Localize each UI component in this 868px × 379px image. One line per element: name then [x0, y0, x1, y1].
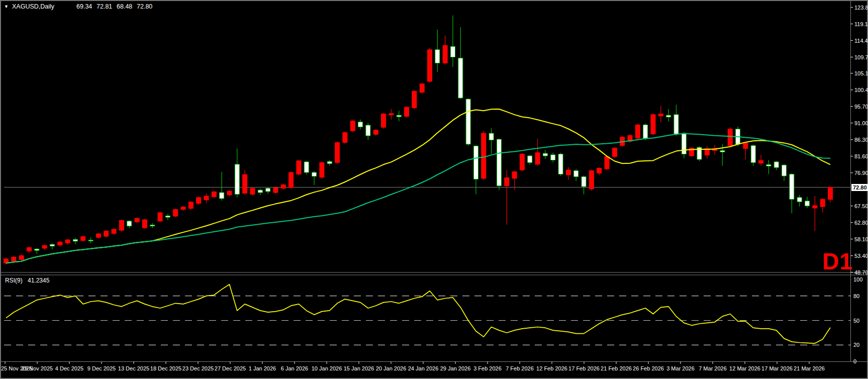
candle-body	[165, 216, 170, 217]
date-tick-label: 15 Jan 2026	[344, 365, 374, 371]
date-tick-label: 23 Dec 2025	[182, 365, 214, 371]
date-tick-label: 12 Mar 2026	[729, 365, 760, 371]
candle-body	[450, 46, 455, 57]
price-tick-label: 100.40	[854, 87, 868, 93]
candle-body	[828, 187, 832, 200]
candle-body	[158, 213, 162, 221]
candle-body	[81, 237, 85, 241]
candle-body	[666, 115, 671, 117]
candle-body	[58, 242, 62, 245]
candle-body	[682, 133, 686, 154]
candle-body	[12, 257, 16, 261]
candle-body	[243, 174, 247, 193]
candle-body	[489, 133, 494, 140]
candle-body	[674, 115, 679, 134]
candle-body	[405, 107, 409, 116]
ohlc-open: 69.34	[76, 3, 92, 10]
current-price-tag: 72.80	[851, 184, 868, 191]
date-tick-label: 7 Mar 2026	[699, 365, 727, 371]
candle-body	[543, 153, 547, 156]
price-tick-label: 81.60	[854, 153, 868, 159]
candle-body	[774, 162, 779, 167]
candle-body	[728, 129, 732, 146]
candle-body	[520, 154, 524, 170]
date-tick-label: 17 Mar 2026	[761, 365, 793, 371]
candle-body	[135, 218, 139, 222]
candle-body	[350, 121, 355, 131]
candle-body	[643, 125, 648, 138]
candle-body	[181, 207, 185, 210]
date-tick-label: 21 Feb 2026	[601, 365, 632, 371]
candles-layer	[4, 16, 833, 264]
price-tick-label: 119.10	[854, 21, 868, 27]
date-tick-label: 12 Feb 2026	[536, 365, 567, 371]
candle-body	[289, 172, 294, 187]
price-tick-label: 114.40	[854, 38, 868, 44]
candle-body	[551, 155, 555, 160]
candle-body	[188, 202, 193, 209]
date-tick-label: 13 Dec 2025	[118, 365, 149, 371]
date-tick-label: 27 Dec 2025	[215, 365, 246, 371]
candle-body	[813, 206, 817, 208]
price-tick-label: 48.70	[854, 269, 868, 275]
price-tick-label: 109.70	[854, 54, 868, 60]
candle-body	[343, 133, 347, 143]
candle-body	[104, 231, 109, 237]
candle-body	[173, 210, 178, 216]
candle-body	[96, 234, 101, 237]
date-tick-label: 4 Dec 2025	[55, 365, 83, 371]
candle-body	[358, 122, 363, 127]
date-tick-label: 20 Jan 2026	[376, 365, 407, 371]
candle-body	[220, 193, 224, 199]
candle-body	[566, 170, 570, 175]
window-frame	[1, 1, 867, 378]
candle-body	[759, 160, 763, 163]
candle-body	[512, 172, 517, 178]
candle-body	[782, 165, 787, 176]
candle-body	[35, 249, 39, 250]
candle-body	[535, 153, 540, 164]
rsi-tick-label: 100	[853, 276, 862, 282]
candle-body	[42, 245, 47, 248]
date-tick-label: 24 Jan 2026	[408, 365, 439, 371]
candle-body	[281, 185, 285, 188]
date-tick-label: 10 Jan 2026	[312, 365, 342, 371]
candle-body	[150, 225, 155, 226]
candle-body	[389, 114, 394, 115]
date-tick-label: 3 Mar 2026	[666, 365, 695, 371]
date-tick-label: 29 Nov 2025	[22, 365, 53, 371]
price-chart-canvas[interactable]: 123.80119.10114.40109.70105.10100.4095.7…	[0, 0, 868, 379]
candle-body	[366, 125, 370, 136]
candle-body	[197, 198, 201, 204]
mt4-chart-window: 123.80119.10114.40109.70105.10100.4095.7…	[0, 0, 868, 379]
candle-body	[320, 162, 324, 177]
candle-body	[65, 240, 70, 243]
price-tick-label: 67.50	[854, 203, 868, 209]
rsi-tick-label: 50	[853, 318, 859, 324]
candle-body	[658, 114, 663, 116]
candle-body	[605, 156, 609, 169]
candle-body	[481, 133, 486, 178]
candle-body	[27, 248, 31, 251]
price-tick-label: 53.40	[854, 253, 868, 259]
candle-body	[420, 84, 424, 92]
chart-generated-layer: 123.80119.10114.40109.70105.10100.4095.7…	[1, 1, 868, 378]
price-tick-label: 105.10	[854, 70, 868, 76]
price-tick-label: 95.70	[854, 104, 868, 110]
candle-body	[258, 190, 262, 193]
symbol-dropdown-icon[interactable]: ▼	[4, 4, 9, 9]
candle-body	[250, 188, 255, 195]
date-tick-label: 6 Jan 2026	[281, 365, 308, 371]
price-tick-label: 62.80	[854, 220, 868, 226]
price-tick-label: 86.30	[854, 137, 868, 143]
candle-body	[797, 198, 802, 202]
candle-body	[304, 162, 309, 172]
candle-body	[297, 161, 301, 174]
candle-body	[473, 146, 478, 179]
rsi-tick-label: 80	[853, 293, 859, 299]
price-tick-label: 123.80	[854, 5, 868, 11]
symbol-title: XAGUSD,Daily	[12, 3, 55, 10]
candle-body	[635, 125, 640, 138]
price-tick-label: 58.10	[854, 236, 868, 242]
candle-body	[820, 199, 825, 207]
